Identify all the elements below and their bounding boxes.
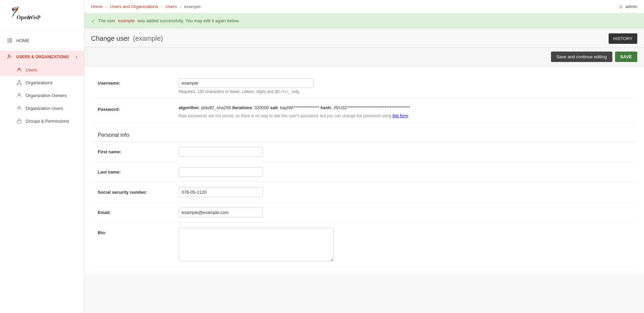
sidebar-navigation: HOME USERS & ORGANIZATIONS › Use — [0, 31, 84, 131]
email-row: Email: — [91, 202, 637, 223]
organizations-icon — [16, 80, 22, 86]
username-display: admin — [625, 4, 637, 9]
last-name-label: Last name: — [98, 167, 172, 175]
groups-icon — [16, 118, 22, 124]
password-label: Password: — [98, 104, 172, 112]
first-name-label: First name: — [98, 147, 172, 154]
breadcrumb-current: example — [184, 4, 201, 9]
action-bar: Save and continue editing SAVE — [84, 47, 644, 66]
success-text-suffix: was added successfully. You may edit it … — [137, 18, 239, 23]
save-button[interactable]: SAVE — [615, 52, 637, 62]
breadcrumb-sep-1: › — [105, 4, 107, 9]
org-users-icon — [16, 105, 22, 111]
users-orgs-icon — [7, 54, 13, 60]
ssn-field — [179, 187, 631, 197]
ssn-row: Social security number: — [91, 182, 637, 202]
username-field: Required. 150 characters or fewer. Lette… — [179, 78, 631, 94]
personal-info-section-title: Personal info — [91, 127, 637, 142]
first-name-field — [179, 147, 631, 157]
svg-rect-5 — [8, 41, 9, 42]
email-input[interactable] — [179, 208, 263, 217]
sidebar-item-org-owners[interactable]: Organization Owners — [0, 89, 84, 102]
svg-rect-6 — [10, 41, 12, 42]
username-row: Username: Required. 150 characters or fe… — [91, 73, 637, 99]
svg-text:WisP: WisP — [28, 14, 41, 21]
email-label: Email: — [98, 208, 172, 215]
last-name-field — [179, 167, 631, 177]
breadcrumb: Home › Users and Organizations › Users ›… — [91, 4, 201, 9]
bio-label: Bio: — [98, 228, 172, 235]
logo-area: Open WisP — [0, 0, 84, 31]
svg-rect-4 — [10, 38, 12, 40]
sidebar-org-owners-label: Organization Owners — [26, 93, 67, 98]
breadcrumb-sep-2: › — [161, 4, 162, 9]
save-continue-button[interactable]: Save and continue editing — [551, 52, 612, 62]
bio-row: Bio: — [91, 223, 637, 268]
password-field: algorithm: pbkdf2_sha256 iterations: 320… — [179, 104, 631, 118]
svg-point-7 — [8, 55, 10, 57]
breadcrumb-sep-3: › — [180, 4, 181, 9]
pw-hash-label: hash: J5/U32****************************… — [320, 105, 410, 110]
pw-iterations-label: iterations: 320000 — [232, 105, 270, 110]
success-banner: ✓ The user example was added successfull… — [84, 13, 644, 28]
ssn-label: Social security number: — [98, 187, 172, 195]
email-field — [179, 208, 631, 217]
password-info: algorithm: pbkdf2_sha256 iterations: 320… — [179, 104, 631, 112]
user-account-icon: ☺ — [618, 4, 623, 10]
username-label: Username: — [98, 78, 172, 86]
sidebar-item-organizations[interactable]: Organizations — [0, 76, 84, 89]
change-password-link[interactable]: this form — [393, 114, 408, 118]
sidebar-users-label: Users — [26, 67, 37, 72]
page-title: Change user — [91, 35, 130, 42]
pw-salt-label: salt: baylWr*************** — [270, 105, 320, 110]
last-name-input[interactable] — [179, 167, 263, 177]
form-content: Username: Required. 150 characters or fe… — [84, 66, 644, 275]
form-spacer — [91, 124, 637, 127]
sidebar-item-home[interactable]: HOME — [0, 34, 84, 47]
sidebar-users-orgs-label: USERS & ORGANIZATIONS — [16, 55, 69, 59]
svg-line-13 — [19, 82, 21, 83]
success-text-prefix: The user — [98, 18, 115, 23]
svg-point-10 — [17, 84, 18, 85]
page-subtitle: (example) — [133, 35, 163, 42]
sidebar-org-users-label: Organization Users — [26, 106, 63, 111]
user-info: ☺ admin — [618, 4, 637, 10]
sidebar-item-users[interactable]: Users — [0, 63, 84, 76]
last-name-row: Last name: — [91, 162, 637, 182]
breadcrumb-subsection[interactable]: Users — [165, 4, 177, 9]
bio-input[interactable] — [179, 228, 334, 261]
sidebar: Open WisP HOME — [0, 0, 84, 313]
sidebar-divider — [0, 49, 84, 49]
sidebar-item-org-users[interactable]: Organization Users — [0, 102, 84, 115]
success-username-link[interactable]: example — [118, 18, 134, 23]
username-input[interactable] — [179, 78, 313, 88]
sidebar-home-label: HOME — [16, 38, 29, 43]
user-icon — [16, 67, 22, 73]
sidebar-organizations-label: Organizations — [26, 80, 53, 85]
sidebar-item-groups[interactable]: Groups & Permissions — [0, 115, 84, 127]
first-name-input[interactable] — [179, 147, 263, 157]
svg-line-12 — [18, 82, 19, 83]
main-content: Home › Users and Organizations › Users ›… — [84, 0, 644, 313]
breadcrumb-section[interactable]: Users and Organizations — [110, 4, 158, 9]
svg-point-9 — [19, 80, 20, 82]
password-row: Password: algorithm: pbkdf2_sha256 itera… — [91, 99, 637, 124]
logo-icon: Open WisP — [7, 5, 40, 25]
bio-field — [179, 228, 631, 262]
svg-rect-3 — [8, 38, 9, 40]
org-owners-icon — [16, 92, 22, 98]
page-title-area: Change user (example) — [91, 35, 163, 42]
page-header: Change user (example) HISTORY — [84, 28, 644, 47]
breadcrumb-home[interactable]: Home — [91, 4, 103, 9]
chevron-right-icon: › — [75, 54, 77, 60]
pw-algorithm-label: algorithm: pbkdf2_sha256 — [179, 105, 232, 110]
svg-point-11 — [20, 84, 22, 85]
ssn-input[interactable] — [179, 187, 263, 197]
first-name-row: First name: — [91, 142, 637, 162]
password-help-text: Raw passwords are not stored, so there i… — [179, 114, 631, 118]
history-button[interactable]: HISTORY — [609, 33, 637, 44]
sidebar-section-users-orgs[interactable]: USERS & ORGANIZATIONS › — [0, 51, 84, 63]
topbar: Home › Users and Organizations › Users ›… — [84, 0, 644, 13]
username-help: Required. 150 characters or fewer. Lette… — [179, 89, 631, 94]
success-check-icon: ✓ — [91, 18, 95, 24]
